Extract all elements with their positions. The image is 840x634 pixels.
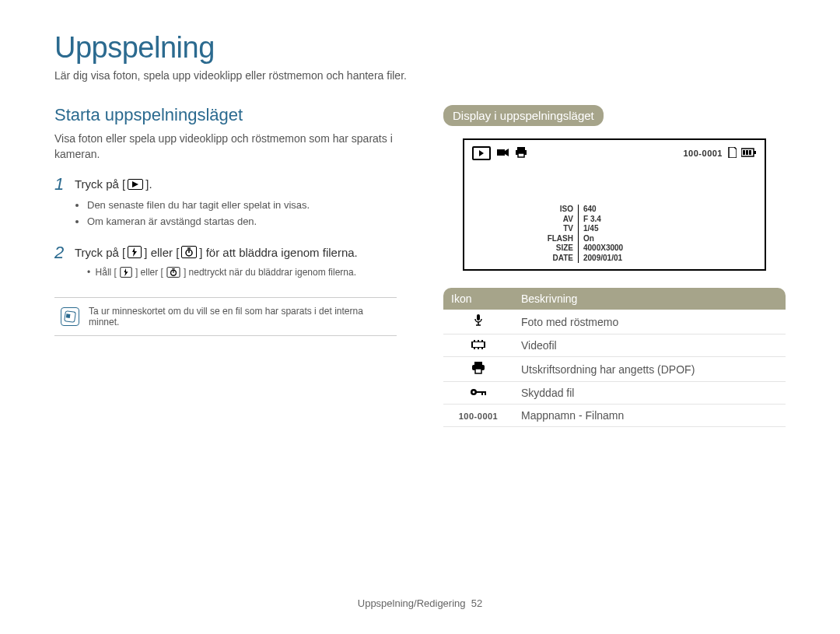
note-box: Ta ur minneskortet om du vill se en fil … bbox=[54, 297, 397, 336]
page-footer: Uppspelning/Redigering 52 bbox=[0, 597, 840, 609]
table-row: Utskriftsordning har angetts (DPOF) bbox=[443, 357, 786, 382]
svg-marker-11 bbox=[505, 149, 509, 156]
print-mode-icon bbox=[516, 147, 527, 160]
video-mode-icon bbox=[497, 147, 509, 159]
play-mode-icon bbox=[472, 146, 491, 160]
note-text: Ta ur minneskortet om du vill se en fil … bbox=[89, 306, 390, 328]
row-desc-video: Videofil bbox=[513, 335, 786, 357]
row-desc-protected: Skyddad fil bbox=[513, 382, 786, 405]
svg-rect-39 bbox=[481, 391, 483, 395]
step-number-1: 1 bbox=[54, 176, 67, 193]
step1-bullet-1: Den senaste filen du har tagit eller spe… bbox=[87, 198, 397, 214]
svg-point-37 bbox=[473, 391, 475, 394]
section-heading-start-playback: Starta uppspelningsläget bbox=[54, 105, 397, 125]
row-desc-voice: Foto med röstmemo bbox=[513, 310, 786, 335]
svg-rect-29 bbox=[471, 348, 474, 349]
battery-icon bbox=[741, 148, 757, 159]
note-icon bbox=[61, 307, 79, 326]
timer-right-icon bbox=[181, 246, 197, 258]
meta-label-iso: ISO bbox=[542, 205, 579, 215]
table-row: Videofil bbox=[443, 335, 786, 357]
meta-value-av: F 3.4 bbox=[579, 215, 601, 225]
screen-meta: ISO640 AVF 3.4 TV1/45 FLASHOn SIZE4000X3… bbox=[542, 205, 623, 263]
meta-value-tv: 1/45 bbox=[579, 224, 598, 234]
flash-left-icon-small bbox=[120, 267, 131, 278]
sd-card-icon bbox=[727, 147, 737, 160]
timer-right-icon-small bbox=[166, 267, 180, 278]
video-icon bbox=[471, 339, 485, 352]
table-head-icon: Ikon bbox=[443, 288, 513, 310]
meta-label-date: DATE bbox=[542, 254, 579, 264]
meta-label-av: AV bbox=[542, 215, 579, 225]
svg-rect-12 bbox=[517, 147, 525, 150]
meta-value-date: 2009/01/01 bbox=[579, 254, 622, 264]
step2-post: ] för att bläddra igenom filerna. bbox=[199, 244, 357, 261]
page-title: Uppspelning bbox=[54, 31, 786, 65]
step-2: 2 Tryck på [ ] eller [ ] för att bläddra… bbox=[54, 244, 397, 278]
microphone-icon bbox=[473, 317, 484, 329]
flash-left-icon bbox=[128, 246, 142, 258]
svg-marker-9 bbox=[479, 150, 484, 156]
meta-value-flash: On bbox=[579, 234, 594, 244]
svg-rect-35 bbox=[475, 369, 481, 373]
svg-rect-40 bbox=[485, 391, 486, 395]
file-number-label: 100-0001 bbox=[684, 149, 723, 158]
svg-marker-5 bbox=[124, 268, 128, 276]
svg-rect-28 bbox=[483, 340, 485, 342]
step1-pre: Tryck på [ bbox=[75, 176, 125, 192]
meta-label-flash: FLASH bbox=[542, 234, 579, 244]
step-1: 1 Tryck på [ ]. Den senaste filen du har… bbox=[54, 176, 397, 230]
svg-marker-0 bbox=[132, 181, 138, 187]
play-button-icon bbox=[128, 179, 143, 190]
svg-rect-20 bbox=[477, 314, 480, 321]
table-row: Skyddad fil bbox=[443, 382, 786, 405]
table-row: 100-0001 Mappnamn - Filnamn bbox=[443, 405, 786, 427]
printer-icon bbox=[472, 364, 485, 377]
svg-rect-33 bbox=[474, 362, 482, 365]
page-subtitle: Lär dig visa foton, spela upp videoklipp… bbox=[54, 69, 786, 82]
step2-pre: Tryck på [ bbox=[75, 244, 125, 261]
step-number-2: 2 bbox=[54, 244, 67, 261]
footer-page-number: 52 bbox=[471, 597, 482, 609]
svg-rect-24 bbox=[473, 342, 484, 347]
display-heading-badge: Display i uppspelningsläget bbox=[443, 105, 604, 126]
svg-rect-38 bbox=[476, 391, 485, 393]
svg-rect-19 bbox=[749, 150, 751, 155]
step2-sub-post: ] nedtryckt när du bläddrar igenom filer… bbox=[184, 267, 356, 278]
step1-bullet-2: Om kameran är avstängd startas den. bbox=[87, 214, 397, 230]
step2-mid: ] eller [ bbox=[144, 244, 179, 261]
footer-section: Uppspelning/Redigering bbox=[358, 597, 466, 609]
meta-label-size: SIZE bbox=[542, 243, 579, 254]
svg-rect-27 bbox=[479, 340, 481, 342]
step1-post: ]. bbox=[145, 176, 152, 192]
section-desc: Visa foton eller spela upp videoklipp oc… bbox=[54, 131, 397, 162]
step2-sub-pre: Håll [ bbox=[96, 267, 117, 278]
step2-sub-mid: ] eller [ bbox=[135, 267, 163, 278]
svg-rect-32 bbox=[483, 348, 485, 349]
table-row: Foto med röstmemo bbox=[443, 310, 786, 335]
svg-rect-10 bbox=[497, 149, 505, 156]
svg-rect-17 bbox=[743, 150, 745, 155]
row-desc-dpof: Utskriftsordning har angetts (DPOF) bbox=[513, 357, 786, 382]
meta-value-iso: 640 bbox=[579, 205, 597, 215]
svg-rect-30 bbox=[475, 348, 478, 349]
svg-rect-14 bbox=[518, 153, 524, 157]
svg-rect-26 bbox=[475, 340, 478, 342]
svg-rect-31 bbox=[479, 348, 481, 349]
meta-value-size: 4000X3000 bbox=[579, 243, 623, 254]
table-head-desc: Beskrivning bbox=[513, 288, 786, 310]
camera-screen-preview: 100-0001 ISO640 AVF 3.4 TV1/45 FLASHOn bbox=[463, 138, 766, 271]
icon-legend-table: Ikon Beskrivning Foto med röstmemo bbox=[443, 288, 786, 427]
meta-label-tv: TV bbox=[542, 224, 579, 234]
row-desc-filename: Mappnamn - Filnamn bbox=[513, 405, 786, 427]
svg-rect-16 bbox=[754, 151, 756, 154]
svg-rect-18 bbox=[746, 150, 748, 155]
svg-rect-25 bbox=[471, 340, 474, 342]
folder-file-label: 100-0001 bbox=[459, 412, 499, 421]
svg-marker-1 bbox=[132, 247, 137, 257]
lock-icon bbox=[470, 387, 487, 399]
